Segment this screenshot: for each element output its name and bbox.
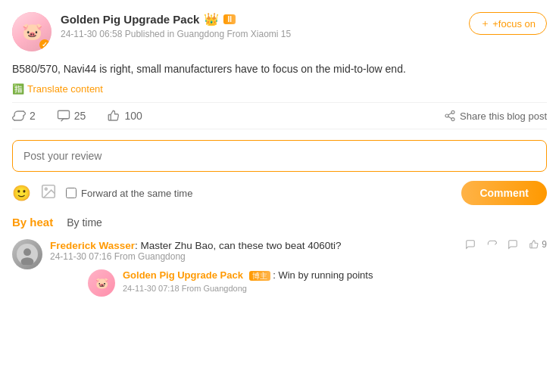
reply-text: Golden Pig Upgrade Pack 博主 : Win by runn… <box>123 269 547 282</box>
post-header: 🐷 ✓ Golden Pig Upgrade Pack 👑 II 24-11-3… <box>12 12 547 51</box>
user-info: Golden Pig Upgrade Pack 👑 II 24-11-30 06… <box>61 12 291 39</box>
repost-icon <box>12 109 26 123</box>
svg-line-4 <box>448 117 452 119</box>
comment-icon <box>57 109 70 123</box>
repost-count: 2 <box>30 110 36 122</box>
reply-item: 🐷 Golden Pig Upgrade Pack 博主 : Win by ru… <box>88 269 547 297</box>
crown-icon: 👑 <box>204 12 219 26</box>
comment-body: Frederick Wasser: Master Zhu Bao, can th… <box>50 239 547 297</box>
emoji-icon[interactable]: 🙂 <box>12 184 31 202</box>
like-count: 100 <box>124 110 142 122</box>
comment-body-text: : Master Zhu Bao, can these two beat 406… <box>135 240 341 251</box>
forward-checkbox[interactable] <box>66 188 77 198</box>
owner-badge: 博主 <box>249 271 270 281</box>
username-row: Golden Pig Upgrade Pack 👑 II <box>61 12 291 26</box>
share-label: Share this blog post <box>460 110 547 122</box>
action-bar: 2 25 100 Share this blog post <box>12 102 547 129</box>
comment-top-row: Frederick Wasser: Master Zhu Bao, can th… <box>50 239 547 262</box>
username: Golden Pig Upgrade Pack <box>61 13 199 26</box>
reply-username[interactable]: Golden Pig Upgrade Pack <box>123 269 243 281</box>
reply-meta: 24-11-30 07:18 From Guangdong <box>123 284 547 293</box>
verified-badge: ✓ <box>39 39 50 50</box>
share-icon <box>444 110 456 122</box>
avatar[interactable]: 🐷 ✓ <box>12 12 52 51</box>
pin-action[interactable] <box>465 239 476 250</box>
post-content: B580/570, Navi44 is right, small manufac… <box>12 61 547 77</box>
post-meta: 24-11-30 06:58 Published in Guangdong Fr… <box>61 29 291 39</box>
image-icon[interactable] <box>40 183 57 204</box>
toolbar-row: 🙂 Forward at the same time Comment <box>12 181 547 205</box>
focus-label: +focus on <box>492 18 536 30</box>
comment-like-count: 9 <box>542 239 547 250</box>
comment-actions: 9 <box>465 239 547 250</box>
svg-point-9 <box>23 249 31 257</box>
sort-row: By heat By time <box>12 216 547 229</box>
like-action[interactable]: 9 <box>529 239 547 250</box>
reply-action[interactable] <box>507 239 518 250</box>
comment-text: Frederick Wasser: Master Zhu Bao, can th… <box>50 240 341 251</box>
translate-link[interactable]: 🈯 Translate content <box>12 83 547 95</box>
reply-body-text: : Win by running points <box>273 269 373 281</box>
svg-point-3 <box>451 118 454 121</box>
focus-button[interactable]: ＋ +focus on <box>469 12 547 35</box>
comment-meta: 24-11-30 07:16 From Guangdong <box>50 251 341 262</box>
svg-point-2 <box>445 114 448 117</box>
svg-rect-0 <box>58 111 69 120</box>
plus-icon: ＋ <box>480 17 490 30</box>
forward-label: Forward at the same time <box>81 188 192 199</box>
comment-count-button[interactable]: 25 <box>57 109 86 123</box>
like-button[interactable]: 100 <box>107 109 142 123</box>
comment-content: Frederick Wasser: Master Zhu Bao, can th… <box>50 239 341 262</box>
review-input[interactable] <box>12 140 547 172</box>
share-button[interactable]: Share this blog post <box>444 110 547 122</box>
reply-avatar: 🐷 <box>88 269 115 297</box>
comment-count: 25 <box>74 110 86 122</box>
review-input-wrapper <box>12 140 547 181</box>
reply-body: Golden Pig Upgrade Pack 博主 : Win by runn… <box>123 269 547 297</box>
translate-icon: 🈯 <box>12 83 24 95</box>
repost-button[interactable]: 2 <box>12 109 36 123</box>
svg-line-5 <box>448 114 452 116</box>
forward-checkbox-label[interactable]: Forward at the same time <box>66 188 192 199</box>
commenter-avatar <box>12 239 42 269</box>
level-badge: II <box>223 14 236 24</box>
translate-label: Translate content <box>27 83 103 95</box>
comments-section: Frederick Wasser: Master Zhu Bao, can th… <box>12 239 547 297</box>
like-icon <box>107 109 120 123</box>
author-info: 🐷 ✓ Golden Pig Upgrade Pack 👑 II 24-11-3… <box>12 12 291 51</box>
share-action[interactable] <box>486 239 497 250</box>
svg-point-7 <box>45 188 47 190</box>
comment-item: Frederick Wasser: Master Zhu Bao, can th… <box>12 239 547 297</box>
comment-username[interactable]: Frederick Wasser <box>50 240 135 251</box>
sort-by-heat[interactable]: By heat <box>12 216 53 229</box>
comment-submit-button[interactable]: Comment <box>461 181 547 205</box>
sort-by-time[interactable]: By time <box>67 216 102 229</box>
svg-point-1 <box>451 111 454 114</box>
